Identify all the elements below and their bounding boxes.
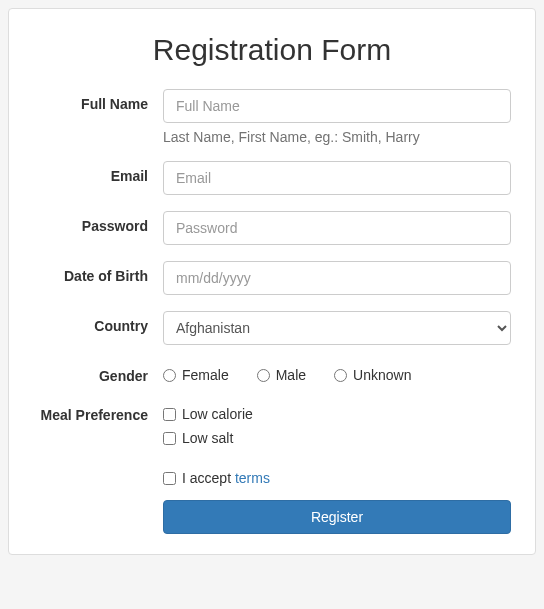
row-meal: Meal Preference Low calorie Low salt — [33, 400, 511, 446]
meal-low-salt-item[interactable]: Low salt — [163, 430, 511, 446]
meal-low-calorie-item[interactable]: Low calorie — [163, 406, 511, 422]
gender-unknown-item[interactable]: Unknown — [334, 367, 411, 383]
row-full-name: Full Name Last Name, First Name, eg.: Sm… — [33, 89, 511, 145]
gender-unknown-label: Unknown — [353, 367, 411, 383]
dob-input[interactable] — [163, 261, 511, 295]
register-button[interactable]: Register — [163, 500, 511, 534]
gender-unknown-radio[interactable] — [334, 369, 347, 382]
terms-text: I accept terms — [182, 470, 270, 486]
row-gender: Gender Female Male Unknown — [33, 361, 511, 384]
label-email: Email — [33, 161, 163, 184]
row-password: Password — [33, 211, 511, 245]
label-full-name: Full Name — [33, 89, 163, 112]
row-country: Country Afghanistan — [33, 311, 511, 345]
email-input[interactable] — [163, 161, 511, 195]
meal-low-salt-label: Low salt — [182, 430, 233, 446]
meal-low-calorie-checkbox[interactable] — [163, 408, 176, 421]
terms-prefix: I accept — [182, 470, 235, 486]
gender-male-item[interactable]: Male — [257, 367, 306, 383]
country-select[interactable]: Afghanistan — [163, 311, 511, 345]
full-name-input[interactable] — [163, 89, 511, 123]
page-title: Registration Form — [33, 33, 511, 67]
row-submit: Register — [33, 500, 511, 534]
meal-low-salt-checkbox[interactable] — [163, 432, 176, 445]
label-password: Password — [33, 211, 163, 234]
gender-male-label: Male — [276, 367, 306, 383]
gender-male-radio[interactable] — [257, 369, 270, 382]
gender-female-label: Female — [182, 367, 229, 383]
gender-female-item[interactable]: Female — [163, 367, 229, 383]
meal-low-calorie-label: Low calorie — [182, 406, 253, 422]
row-terms: I accept terms — [33, 468, 511, 486]
row-dob: Date of Birth — [33, 261, 511, 295]
full-name-help: Last Name, First Name, eg.: Smith, Harry — [163, 129, 511, 145]
terms-link[interactable]: terms — [235, 470, 270, 486]
terms-checkbox[interactable] — [163, 472, 176, 485]
label-dob: Date of Birth — [33, 261, 163, 284]
label-gender: Gender — [33, 361, 163, 384]
registration-panel: Registration Form Full Name Last Name, F… — [8, 8, 536, 555]
row-email: Email — [33, 161, 511, 195]
label-meal: Meal Preference — [33, 400, 163, 423]
terms-item[interactable]: I accept terms — [163, 470, 511, 486]
password-input[interactable] — [163, 211, 511, 245]
label-country: Country — [33, 311, 163, 334]
gender-female-radio[interactable] — [163, 369, 176, 382]
